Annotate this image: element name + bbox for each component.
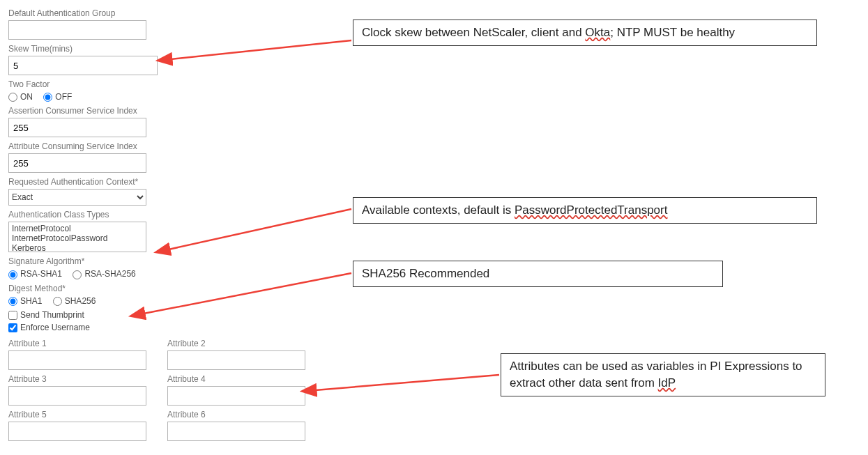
- digest-method-radio-group: SHA1 SHA256: [8, 296, 315, 306]
- label-attr3: Attribute 3: [8, 374, 148, 384]
- sig-algo-rsa-sha256-radio[interactable]: [73, 270, 82, 279]
- class-type-item[interactable]: Kerberos: [12, 243, 143, 252]
- callout-attr: Attributes can be used as variables in P…: [501, 353, 825, 396]
- attr5-input[interactable]: [8, 422, 146, 441]
- label-attr4: Attribute 4: [167, 374, 307, 384]
- send-thumbprint-row[interactable]: Send Thumbprint: [8, 309, 315, 321]
- skew-time-input[interactable]: [8, 56, 158, 75]
- label-sig-algo: Signature Algorithm*: [8, 256, 315, 266]
- attr2-input[interactable]: [167, 350, 305, 370]
- enforce-username-checkbox[interactable]: [8, 323, 17, 332]
- sig-algo-rsa-sha256-option[interactable]: RSA-SHA256: [73, 269, 135, 279]
- send-thumbprint-checkbox[interactable]: [8, 311, 17, 320]
- label-digest-method: Digest Method*: [8, 284, 315, 293]
- svg-line-4: [315, 375, 499, 390]
- digest-sha256-radio[interactable]: [53, 297, 62, 306]
- attr-consume-index-input[interactable]: [8, 153, 146, 173]
- digest-sha256-option[interactable]: SHA256: [53, 296, 96, 306]
- saml-settings-form: Default Authentication Group Skew Time(m…: [8, 4, 315, 441]
- class-type-item[interactable]: InternetProtocol: [12, 224, 143, 233]
- acs-index-input[interactable]: [8, 118, 146, 137]
- callout-skew: Clock skew between NetScaler, client and…: [353, 20, 817, 46]
- label-attr1: Attribute 1: [8, 339, 148, 348]
- sig-algo-rsa-sha1-option[interactable]: RSA-SHA1: [8, 269, 62, 279]
- two-factor-on-radio[interactable]: [8, 93, 17, 102]
- attr4-input[interactable]: [167, 386, 305, 406]
- label-skew-time: Skew Time(mins): [8, 44, 315, 54]
- attributes-grid: Attribute 1 Attribute 2 Attribute 3 Attr…: [8, 336, 315, 441]
- label-attr2: Attribute 2: [167, 339, 307, 348]
- attr3-input[interactable]: [8, 386, 146, 406]
- two-factor-off-radio[interactable]: [43, 93, 52, 102]
- label-default-auth-group: Default Authentication Group: [8, 8, 315, 18]
- label-attr-consume-index: Attribute Consuming Service Index: [8, 141, 315, 151]
- label-attr6: Attribute 6: [167, 410, 307, 419]
- sig-algo-radio-group: RSA-SHA1 RSA-SHA256: [8, 269, 315, 279]
- attr6-input[interactable]: [167, 422, 305, 441]
- label-req-authn-ctx: Requested Authentication Context*: [8, 177, 315, 187]
- label-attr5: Attribute 5: [8, 410, 148, 419]
- default-auth-group-input[interactable]: [8, 20, 146, 40]
- sig-algo-rsa-sha1-radio[interactable]: [8, 270, 17, 279]
- two-factor-radio-group: ON OFF: [8, 92, 315, 102]
- authn-class-types-listbox[interactable]: InternetProtocol InternetProtocolPasswor…: [8, 222, 146, 252]
- req-authn-ctx-select[interactable]: Exact: [8, 189, 146, 206]
- digest-sha1-radio[interactable]: [8, 297, 17, 306]
- two-factor-off-option[interactable]: OFF: [43, 92, 72, 102]
- attr1-input[interactable]: [8, 350, 146, 370]
- label-two-factor: Two Factor: [8, 79, 315, 89]
- label-acs-index: Assertion Consumer Service Index: [8, 106, 315, 116]
- callout-ctx: Available contexts, default is PasswordP…: [353, 197, 817, 224]
- digest-sha1-option[interactable]: SHA1: [8, 296, 42, 306]
- enforce-username-row[interactable]: Enforce Username: [8, 321, 315, 334]
- two-factor-on-option[interactable]: ON: [8, 92, 33, 102]
- callout-sha: SHA256 Recommended: [353, 261, 723, 287]
- label-authn-class-types: Authentication Class Types: [8, 210, 315, 219]
- class-type-item[interactable]: InternetProtocolPassword: [12, 233, 143, 243]
